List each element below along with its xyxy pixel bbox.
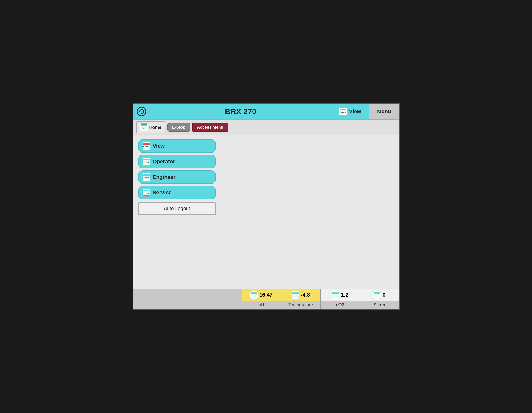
service-access-icon: LOGIN (142, 189, 150, 197)
status-bar: 16.47 pH -4.8 Temperature (133, 289, 399, 309)
access-engineer-button[interactable]: LOGIN Engineer (138, 170, 216, 184)
header-menu-button[interactable]: Menu (369, 104, 399, 119)
do2-value-cell[interactable]: 1.2 (321, 289, 360, 301)
ph-label: pH (242, 301, 281, 309)
access-view-button[interactable]: LOGOUT View (138, 139, 216, 153)
app-title: BRX 270 (150, 104, 331, 119)
temperature-label: Temperature (281, 301, 320, 309)
status-cell-stirrer: 0 Stirrer (360, 289, 399, 309)
temperature-icon (292, 291, 299, 299)
operator-access-icon: LOGIN (142, 158, 150, 165)
stirrer-icon (373, 291, 381, 299)
view-access-icon: LOGOUT (142, 142, 150, 150)
access-service-button[interactable]: LOGIN Service (138, 186, 216, 200)
stirrer-value-cell[interactable]: 0 (360, 289, 399, 301)
temperature-value-cell[interactable]: -4.8 (281, 289, 320, 301)
estop-button[interactable]: E-Stop (167, 123, 190, 132)
do2-icon (332, 291, 340, 299)
ph-value-cell[interactable]: 16.47 (242, 289, 281, 301)
header-view-button[interactable]: LOGIN View (331, 104, 369, 119)
ph-icon (250, 291, 258, 299)
home-button[interactable]: H Home (136, 122, 165, 133)
do2-label: dO2 (321, 301, 360, 309)
main-content: LOGOUT View LOGIN Operator (133, 135, 399, 289)
svg-point-0 (137, 107, 146, 116)
header: BRX 270 LOGIN View Menu (133, 104, 399, 120)
status-cell-ph: 16.47 pH (242, 289, 281, 309)
engineer-access-icon: LOGIN (142, 173, 150, 181)
access-menu-list: LOGOUT View LOGIN Operator (138, 139, 216, 215)
status-spacer (133, 289, 242, 309)
toolbar: H Home E-Stop Access Menu (133, 120, 399, 135)
status-cell-do2: 1.2 dO2 (321, 289, 360, 309)
stirrer-label: Stirrer (360, 301, 399, 309)
app-logo (133, 104, 150, 119)
access-menu-button[interactable]: Access Menu (192, 123, 228, 132)
header-view-icon: LOGIN (339, 108, 347, 115)
auto-logout-button[interactable]: Auto Logout (138, 202, 216, 215)
status-cell-temperature: -4.8 Temperature (281, 289, 321, 309)
home-icon: H (140, 124, 148, 131)
main-screen: BRX 270 LOGIN View Menu H Home E-Stop Ac (133, 103, 400, 310)
access-operator-button[interactable]: LOGIN Operator (138, 155, 216, 168)
